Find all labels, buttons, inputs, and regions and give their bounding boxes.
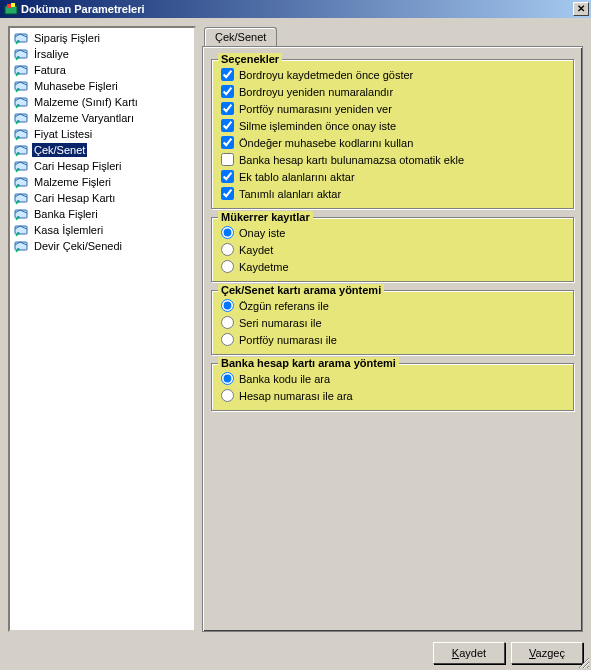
- sidebar-item-label: Banka Fişleri: [32, 207, 100, 221]
- sidebar-item-label: Cari Hesap Kartı: [32, 191, 117, 205]
- checkbox-label: Portföy numarasını yeniden ver: [239, 103, 392, 115]
- checkbox-row[interactable]: Bordroyu yeniden numaralandır: [218, 83, 567, 100]
- checkbox-row[interactable]: Silme işleminden önce onay iste: [218, 117, 567, 134]
- sidebar-item[interactable]: Cari Hesap Kartı: [10, 190, 194, 206]
- checkbox-label: Bordroyu kaydetmeden önce göster: [239, 69, 413, 81]
- checkbox-row[interactable]: Ek tablo alanlarını aktar: [218, 168, 567, 185]
- save-button[interactable]: Kaydet: [433, 642, 505, 664]
- checkbox[interactable]: [221, 153, 234, 166]
- radio-row[interactable]: Banka kodu ile ara: [218, 370, 567, 387]
- radio-label: Portföy numarası ile: [239, 334, 337, 346]
- radio-row[interactable]: Özgün referans ile: [218, 297, 567, 314]
- sidebar-item[interactable]: Devir Çeki/Senedi: [10, 238, 194, 254]
- document-icon: [14, 207, 30, 221]
- main-panel: Çek/Senet Seçenekler Bordroyu kaydetmede…: [202, 26, 583, 632]
- tab-cek-senet[interactable]: Çek/Senet: [204, 27, 277, 47]
- sidebar-item-label: Cari Hesap Fişleri: [32, 159, 123, 173]
- checkbox-row[interactable]: Tanımlı alanları aktar: [218, 185, 567, 202]
- radio-label: Hesap numarası ile ara: [239, 390, 353, 402]
- sidebar-item-label: Kasa İşlemleri: [32, 223, 105, 237]
- app-icon: [4, 2, 18, 16]
- document-icon: [14, 175, 30, 189]
- svg-rect-8: [15, 114, 27, 122]
- document-icon: [14, 47, 30, 61]
- radio-row[interactable]: Onay iste: [218, 224, 567, 241]
- checkbox[interactable]: [221, 187, 234, 200]
- radio[interactable]: [221, 333, 234, 346]
- sidebar-item[interactable]: Çek/Senet: [10, 142, 194, 158]
- sidebar-item-label: Malzeme (Sınıf) Kartı: [32, 95, 140, 109]
- radio-row[interactable]: Portföy numarası ile: [218, 331, 567, 348]
- resize-grip-icon[interactable]: [576, 655, 590, 669]
- cancel-button[interactable]: Vazgeç: [511, 642, 583, 664]
- sidebar-item[interactable]: Muhasebe Fişleri: [10, 78, 194, 94]
- window: Doküman Parametreleri ✕ Sipariş Fişleriİ…: [0, 0, 591, 670]
- group-mukerrer: Mükerrer kayıtlar Onay isteKaydetKaydetm…: [211, 217, 574, 282]
- sidebar-item[interactable]: Fatura: [10, 62, 194, 78]
- svg-rect-3: [15, 34, 27, 42]
- svg-line-22: [588, 667, 589, 668]
- radio[interactable]: [221, 299, 234, 312]
- checkbox[interactable]: [221, 136, 234, 149]
- checkbox-label: Öndeğer muhasebe kodlarını kullan: [239, 137, 413, 149]
- radio-row[interactable]: Seri numarası ile: [218, 314, 567, 331]
- checkbox[interactable]: [221, 170, 234, 183]
- sidebar-item[interactable]: Malzeme Fişleri: [10, 174, 194, 190]
- document-icon: [14, 239, 30, 253]
- sidebar-item[interactable]: Cari Hesap Fişleri: [10, 158, 194, 174]
- sidebar-item-label: Malzeme Fişleri: [32, 175, 113, 189]
- radio-row[interactable]: Kaydetme: [218, 258, 567, 275]
- radio[interactable]: [221, 372, 234, 385]
- checkbox-row[interactable]: Portföy numarasını yeniden ver: [218, 100, 567, 117]
- checkbox[interactable]: [221, 68, 234, 81]
- group-legend: Seçenekler: [218, 53, 282, 65]
- group-arama: Çek/Senet kartı arama yöntemi Özgün refe…: [211, 290, 574, 355]
- radio[interactable]: [221, 243, 234, 256]
- radio[interactable]: [221, 389, 234, 402]
- radio[interactable]: [221, 260, 234, 273]
- sidebar-item[interactable]: İrsaliye: [10, 46, 194, 62]
- document-icon: [14, 111, 30, 125]
- checkbox-row[interactable]: Banka hesap kartı bulunamazsa otomatik e…: [218, 151, 567, 168]
- sidebar[interactable]: Sipariş FişleriİrsaliyeFaturaMuhasebe Fi…: [8, 26, 196, 632]
- checkbox-label: Ek tablo alanlarını aktar: [239, 171, 355, 183]
- checkbox[interactable]: [221, 102, 234, 115]
- checkbox-row[interactable]: Öndeğer muhasebe kodlarını kullan: [218, 134, 567, 151]
- svg-rect-1: [7, 4, 11, 8]
- radio-label: Kaydet: [239, 244, 273, 256]
- document-icon: [14, 191, 30, 205]
- checkbox[interactable]: [221, 85, 234, 98]
- svg-rect-6: [15, 82, 27, 90]
- sidebar-item[interactable]: Fiyat Listesi: [10, 126, 194, 142]
- radio-row[interactable]: Kaydet: [218, 241, 567, 258]
- document-icon: [14, 95, 30, 109]
- tab-body: Seçenekler Bordroyu kaydetmeden önce gös…: [202, 46, 583, 632]
- sidebar-item[interactable]: Sipariş Fişleri: [10, 30, 194, 46]
- titlebar: Doküman Parametreleri ✕: [0, 0, 591, 18]
- svg-rect-10: [15, 146, 27, 154]
- sidebar-item-label: Malzeme Varyantları: [32, 111, 136, 125]
- radio-row[interactable]: Hesap numarası ile ara: [218, 387, 567, 404]
- sidebar-item-label: Sipariş Fişleri: [32, 31, 102, 45]
- sidebar-item[interactable]: Malzeme (Sınıf) Kartı: [10, 94, 194, 110]
- window-close-button[interactable]: ✕: [573, 2, 589, 16]
- radio-label: Kaydetme: [239, 261, 289, 273]
- checkbox-label: Silme işleminden önce onay iste: [239, 120, 396, 132]
- checkbox-label: Tanımlı alanları aktar: [239, 188, 341, 200]
- radio[interactable]: [221, 316, 234, 329]
- svg-rect-7: [15, 98, 27, 106]
- sidebar-item[interactable]: Malzeme Varyantları: [10, 110, 194, 126]
- radio-label: Özgün referans ile: [239, 300, 329, 312]
- checkbox[interactable]: [221, 119, 234, 132]
- sidebar-item[interactable]: Banka Fişleri: [10, 206, 194, 222]
- radio[interactable]: [221, 226, 234, 239]
- document-icon: [14, 79, 30, 93]
- svg-rect-13: [15, 194, 27, 202]
- document-icon: [14, 143, 30, 157]
- sidebar-item[interactable]: Kasa İşlemleri: [10, 222, 194, 238]
- svg-rect-16: [15, 242, 27, 250]
- checkbox-row[interactable]: Bordroyu kaydetmeden önce göster: [218, 66, 567, 83]
- document-icon: [14, 159, 30, 173]
- svg-rect-2: [11, 3, 15, 7]
- sidebar-item-label: İrsaliye: [32, 47, 71, 61]
